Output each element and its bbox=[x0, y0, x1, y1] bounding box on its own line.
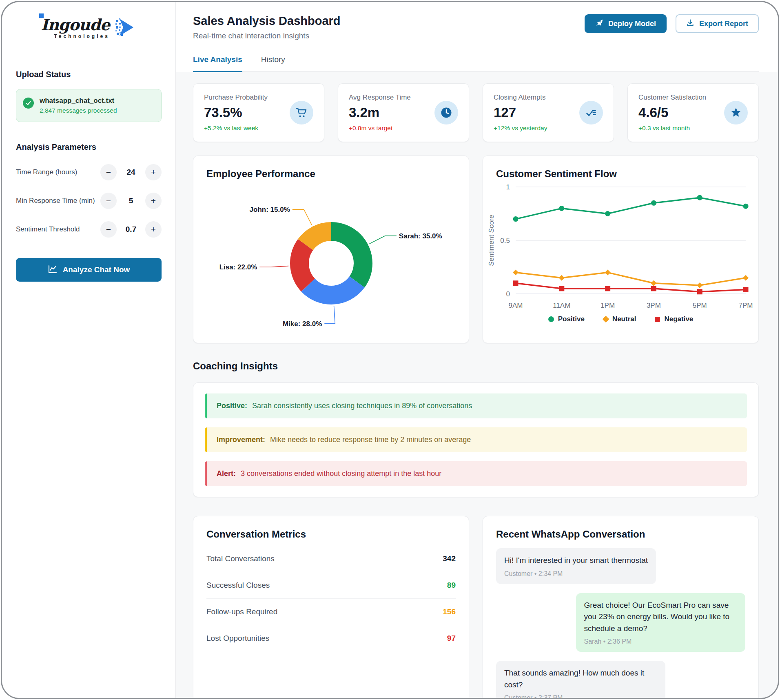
cart-icon bbox=[290, 101, 313, 124]
star-icon bbox=[724, 101, 748, 124]
svg-text:9AM: 9AM bbox=[508, 302, 523, 309]
insight-label: Positive: bbox=[217, 402, 247, 410]
kpi-value: 73.5% bbox=[204, 105, 268, 120]
logo-arrow-icon bbox=[114, 16, 137, 40]
chat-text: That sounds amazing! How much does it co… bbox=[504, 667, 657, 691]
param-row-min-response: Min Response Time (min) − 5 + bbox=[16, 193, 162, 209]
param-value: 24 bbox=[120, 168, 142, 177]
param-label: Min Response Time (min) bbox=[16, 196, 97, 206]
kpi-delta: +12% vs yesterday bbox=[494, 124, 547, 132]
svg-text:Sarah: 35.0%: Sarah: 35.0% bbox=[399, 232, 442, 240]
minus-button[interactable]: − bbox=[100, 193, 117, 209]
tab-history[interactable]: History bbox=[261, 55, 285, 71]
tab-bar: Live Analysis History bbox=[193, 55, 759, 72]
metric-value: 156 bbox=[443, 607, 456, 616]
legend-negative: Negative bbox=[655, 315, 693, 323]
chat-bubble-customer: That sounds amazing! How much does it co… bbox=[496, 661, 665, 699]
legend-neutral: Neutral bbox=[603, 315, 636, 323]
employee-performance-title: Employee Performance bbox=[193, 156, 469, 180]
chat-meta: Customer • 2:37 PM bbox=[504, 694, 657, 699]
app-frame: Ingoude Technologies bbox=[1, 1, 779, 699]
kpi-purchase-probability: Purchase Probability 73.5% +5.2% vs last… bbox=[193, 83, 324, 142]
param-row-time-range: Time Range (hours) − 24 + bbox=[16, 164, 162, 180]
dashboard-content: Purchase Probability 73.5% +5.2% vs last… bbox=[176, 72, 778, 699]
legend-positive: Positive bbox=[548, 315, 585, 323]
kpi-row: Purchase Probability 73.5% +5.2% vs last… bbox=[193, 83, 759, 142]
kpi-delta: +0.8m vs target bbox=[349, 124, 411, 132]
insight-positive: Positive:Sarah consistently uses closing… bbox=[205, 393, 747, 418]
param-label: Sentiment Threshold bbox=[16, 225, 97, 234]
sidebar: Ingoude Technologies bbox=[2, 2, 176, 698]
chart-legend: Positive Neutral Negative bbox=[483, 314, 758, 334]
metric-label: Successful Closes bbox=[206, 581, 270, 590]
chat-meta: Sarah • 2:36 PM bbox=[584, 638, 737, 645]
kpi-avg-response-time: Avg Response Time 3.2m +0.8m vs target bbox=[338, 83, 469, 142]
metric-value: 342 bbox=[443, 554, 456, 563]
metric-lost-opportunities: Lost Opportunities 97 bbox=[206, 625, 456, 651]
metric-followups-required: Follow-ups Required 156 bbox=[206, 599, 456, 625]
plus-button[interactable]: + bbox=[145, 164, 162, 180]
svg-text:7PM: 7PM bbox=[738, 302, 753, 309]
sentiment-flow-line-chart: 00.519AM11AM1PM3PM5PM7PMSentiment Score bbox=[483, 180, 758, 314]
kpi-label: Customer Satisfaction bbox=[638, 93, 706, 102]
main-header: Sales Analysis Dashboard Real-time chat … bbox=[176, 2, 778, 72]
svg-text:Mike: 28.0%: Mike: 28.0% bbox=[282, 320, 321, 328]
svg-text:5PM: 5PM bbox=[692, 302, 707, 309]
check-circle-icon bbox=[23, 98, 34, 109]
sentiment-flow-title: Customer Sentiment Flow bbox=[483, 156, 758, 180]
conversation-metrics-card: Conversation Metrics Total Conversations… bbox=[193, 516, 469, 699]
metric-label: Follow-ups Required bbox=[206, 607, 277, 616]
clock-icon bbox=[434, 101, 458, 124]
rocket-icon bbox=[595, 19, 603, 29]
export-report-button[interactable]: Export Report bbox=[676, 14, 759, 33]
svg-text:John: 15.0%: John: 15.0% bbox=[249, 206, 290, 213]
analysis-parameters-title: Analysis Parameters bbox=[16, 142, 162, 152]
param-value: 0.7 bbox=[120, 225, 142, 234]
insight-alert: Alert:3 conversations ended without clos… bbox=[205, 461, 747, 486]
upload-status-text: 2,847 messages processed bbox=[40, 107, 117, 114]
plus-button[interactable]: + bbox=[145, 193, 162, 209]
metric-total-conversations: Total Conversations 342 bbox=[206, 546, 456, 572]
kpi-value: 4.6/5 bbox=[638, 105, 706, 120]
sentiment-flow-card: Customer Sentiment Flow 00.519AM11AM1PM3… bbox=[483, 156, 759, 343]
svg-text:Sentiment Score: Sentiment Score bbox=[488, 215, 495, 266]
svg-text:Lisa: 22.0%: Lisa: 22.0% bbox=[219, 263, 257, 271]
minus-button[interactable]: − bbox=[100, 221, 117, 238]
param-value: 5 bbox=[120, 196, 142, 205]
metric-successful-closes: Successful Closes 89 bbox=[206, 572, 456, 599]
tab-live-analysis[interactable]: Live Analysis bbox=[193, 55, 242, 72]
svg-text:0.5: 0.5 bbox=[500, 237, 510, 244]
param-row-sentiment-threshold: Sentiment Threshold − 0.7 + bbox=[16, 221, 162, 238]
insight-improvement: Improvement:Mike needs to reduce respons… bbox=[205, 427, 747, 452]
coaching-insights-title: Coaching Insights bbox=[193, 360, 759, 372]
circle-marker-icon bbox=[548, 316, 554, 322]
conversation-metrics-title: Conversation Metrics bbox=[193, 516, 469, 540]
kpi-label: Closing Attempts bbox=[494, 93, 547, 102]
svg-text:3PM: 3PM bbox=[646, 302, 660, 309]
chat-bubble-customer: Hi! I'm interested in your smart thermos… bbox=[496, 548, 656, 584]
insight-text: 3 conversations ended without closing at… bbox=[241, 469, 441, 478]
kpi-customer-satisfaction: Customer Satisfaction 4.6/5 +0.3 vs last… bbox=[627, 83, 759, 142]
insight-label: Alert: bbox=[217, 469, 236, 478]
plus-button[interactable]: + bbox=[145, 221, 162, 238]
minus-button[interactable]: − bbox=[100, 164, 117, 180]
employee-performance-card: Employee Performance Sarah: 35.0%Mike: 2… bbox=[193, 156, 469, 343]
square-marker-icon bbox=[655, 317, 660, 322]
download-icon bbox=[686, 19, 694, 29]
deploy-model-button[interactable]: Deploy Model bbox=[585, 14, 667, 33]
checklist-icon bbox=[579, 101, 603, 124]
kpi-closing-attempts: Closing Attempts 127 +12% vs yesterday bbox=[483, 83, 614, 142]
insight-text: Sarah consistently uses closing techniqu… bbox=[252, 402, 472, 410]
page-title: Sales Analysis Dashboard bbox=[193, 14, 341, 28]
coaching-insights-card: Positive:Sarah consistently uses closing… bbox=[193, 382, 759, 497]
logo: Ingoude Technologies bbox=[2, 2, 175, 54]
insight-text: Mike needs to reduce response time by 2 … bbox=[270, 436, 471, 444]
chat-text: Great choice! Our EcoSmart Pro can save … bbox=[584, 600, 737, 635]
whatsapp-conversation-title: Recent WhatsApp Conversation bbox=[483, 516, 758, 540]
chat-text: Hi! I'm interested in your smart thermos… bbox=[504, 555, 648, 567]
kpi-delta: +5.2% vs last week bbox=[204, 124, 268, 132]
analyze-chat-button[interactable]: Analyze Chat Now bbox=[16, 258, 162, 282]
svg-text:1: 1 bbox=[506, 183, 510, 191]
svg-text:11AM: 11AM bbox=[553, 302, 570, 309]
metric-value: 89 bbox=[447, 581, 456, 590]
